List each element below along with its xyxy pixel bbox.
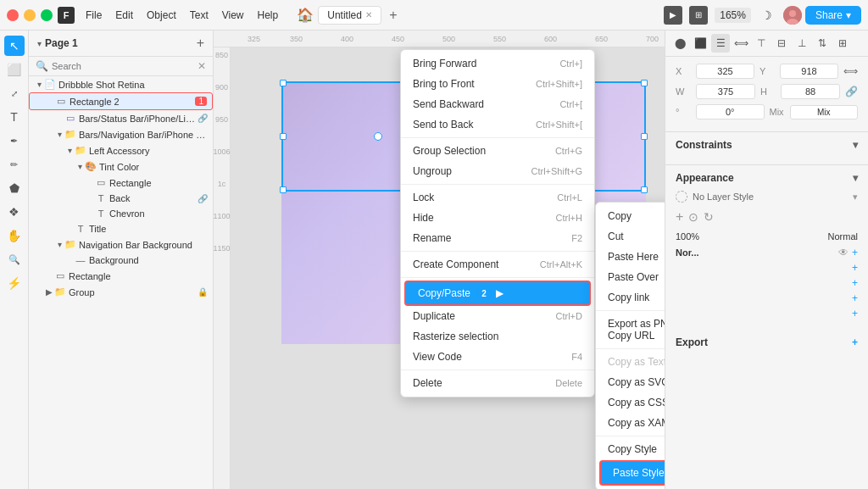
bring-to-front-item[interactable]: Bring to Front Ctrl+Shift+] — [401, 74, 594, 94]
distribute-h-tool[interactable]: ⟺ — [732, 34, 750, 53]
handle-mr[interactable] — [641, 133, 648, 140]
menu-file[interactable]: File — [80, 7, 108, 24]
handle-tr[interactable] — [641, 80, 648, 86]
copy-link-item[interactable]: Copy link — [596, 287, 665, 308]
frame-tool[interactable]: ⬜ — [4, 59, 25, 80]
scale-tool[interactable]: ⤢ — [4, 83, 25, 103]
hide-item[interactable]: Hide Ctrl+H — [401, 208, 594, 228]
zoom-tool[interactable]: 🔍 — [4, 249, 25, 270]
menu-text[interactable]: Text — [184, 7, 214, 24]
duplicate-item[interactable]: Duplicate Ctrl+D — [401, 306, 594, 326]
add-style-icon[interactable]: + — [676, 209, 683, 225]
play-button[interactable]: ▶ — [664, 6, 682, 25]
home-tab[interactable]: 🏠 — [296, 6, 314, 25]
pencil-tool[interactable]: ✏ — [4, 154, 25, 175]
untitled-tab[interactable]: Untitled ✕ — [318, 6, 381, 25]
rasterize-item[interactable]: Rasterize selection — [401, 326, 594, 347]
copy-paste-item[interactable]: Copy/Paste 2 ▶ — [404, 281, 591, 306]
menu-edit[interactable]: Edit — [109, 7, 139, 24]
paste-here-item[interactable]: Paste Here — [596, 247, 665, 267]
x-value[interactable]: 325 — [696, 64, 754, 79]
y-value[interactable]: 918 — [780, 64, 838, 79]
lock-item[interactable]: Lock Ctrl+L — [401, 187, 594, 208]
handle-tl[interactable] — [280, 80, 287, 86]
pen-tool[interactable]: ✒ — [4, 131, 25, 151]
align-top-tool[interactable]: ⊤ — [752, 34, 771, 53]
layer-arrow-icon[interactable]: ▾ — [54, 130, 64, 139]
add-blur-button[interactable]: + — [852, 308, 858, 320]
mix-value[interactable]: Mix — [790, 105, 859, 119]
copy-style-item[interactable]: Copy Style Ctrl+Alt+C — [596, 439, 665, 459]
handle-br[interactable] — [641, 186, 648, 193]
opacity-percent[interactable]: 100% — [676, 231, 699, 242]
constraints-collapse-icon[interactable]: ▾ — [853, 139, 858, 151]
list-item[interactable]: T Chevron — [29, 206, 213, 221]
tidy-tool[interactable]: ⊞ — [833, 34, 852, 53]
group-selection-item[interactable]: Group Selection Ctrl+G — [401, 141, 594, 161]
delete-item[interactable]: Delete Delete — [401, 373, 594, 393]
handle-ml[interactable] — [280, 133, 287, 140]
search-clear-icon[interactable]: ✕ — [198, 60, 206, 72]
copy-as-xaml-item[interactable]: Copy as XAML — [596, 413, 665, 433]
tab-close-icon[interactable]: ✕ — [365, 10, 372, 19]
layer-arrow-icon[interactable]: ▾ — [64, 146, 75, 155]
maximize-button[interactable] — [41, 9, 53, 21]
list-item[interactable]: ▾ 📁 Navigation Bar Background — [29, 236, 213, 253]
add-page-button[interactable]: + — [197, 36, 204, 51]
shape-tool[interactable]: ⬟ — [4, 178, 25, 198]
lock-ratio-icon[interactable]: 🔗 — [845, 86, 858, 97]
copy-item[interactable]: Copy Ctrl+C — [596, 206, 665, 226]
list-item[interactable]: ▭ Rectangle — [29, 175, 213, 191]
refresh-style-icon[interactable]: ↻ — [704, 210, 714, 224]
component-tool[interactable]: ❖ — [4, 202, 25, 222]
copy-as-svg-item[interactable]: Copy as SVG — [596, 372, 665, 392]
layer-arrow-icon[interactable]: ▾ — [54, 240, 64, 249]
list-item[interactable]: ▭ Rectangle 2 1 — [29, 92, 213, 110]
create-component-item[interactable]: Create Component Ctrl+Alt+K — [401, 254, 594, 275]
close-button[interactable] — [7, 9, 19, 21]
list-item[interactable]: ▾ 🎨 Tint Color — [29, 158, 213, 175]
hand-tool[interactable]: ✋ — [4, 225, 25, 246]
paste-over-item[interactable]: Paste Over — [596, 267, 665, 287]
add-inner-shadow-button[interactable]: + — [852, 292, 858, 304]
angle-value[interactable]: 0° — [696, 104, 765, 119]
h-value[interactable]: 88 — [781, 84, 840, 99]
export-png-item[interactable]: Export as PNG to cloud, Copy URL Alt+C — [596, 314, 665, 346]
send-to-back-item[interactable]: Send to Back Ctrl+Shift+[ — [401, 114, 594, 135]
copy-as-css-item[interactable]: Copy as CSS — [596, 392, 665, 413]
add-fill-button[interactable]: + — [852, 247, 858, 258]
visibility-icon[interactable]: 👁 — [838, 247, 849, 258]
share-button[interactable]: Share ▾ — [805, 6, 861, 25]
menu-view[interactable]: View — [216, 7, 250, 24]
list-item[interactable]: ▶ 📁 Group 🔒 — [29, 284, 213, 300]
detach-style-icon[interactable]: ⊙ — [688, 210, 698, 224]
w-value[interactable]: 375 — [696, 84, 755, 99]
grid-button[interactable]: ⊞ — [689, 6, 708, 25]
send-backward-item[interactable]: Send Backward Ctrl+[ — [401, 94, 594, 114]
style-dropdown-icon[interactable]: ▾ — [853, 192, 858, 203]
add-export-button[interactable]: + — [852, 336, 858, 348]
add-shadow-button[interactable]: + — [852, 277, 858, 289]
layer-arrow-icon[interactable]: ▶ — [44, 287, 54, 297]
link-prop-icon[interactable]: ⟺ — [843, 65, 858, 77]
list-item[interactable]: ▾ 📁 Left Accessory — [29, 142, 213, 158]
list-item[interactable]: ▾ 📁 Bars/Navigation Bar/iPhone - ... — [29, 126, 213, 142]
menu-object[interactable]: Object — [141, 7, 182, 24]
align-left-tool[interactable]: ⬤ — [670, 34, 689, 53]
menu-help[interactable]: Help — [252, 7, 285, 24]
handle-bl[interactable] — [280, 186, 287, 193]
ungroup-item[interactable]: Ungroup Ctrl+Shift+G — [401, 161, 594, 181]
zoom-level[interactable]: 165% — [715, 8, 751, 23]
bring-forward-item[interactable]: Bring Forward Ctrl+] — [401, 53, 594, 74]
move-tool[interactable]: ↖ — [4, 36, 25, 56]
new-tab-button[interactable]: + — [385, 7, 402, 24]
search-input[interactable] — [52, 61, 194, 71]
blend-mode-label[interactable]: Normal — [828, 231, 858, 242]
inner-handle-l[interactable] — [374, 132, 382, 141]
add-stroke-button[interactable]: + — [852, 262, 858, 274]
align-middle-v-tool[interactable]: ⊟ — [772, 34, 791, 53]
no-layer-style-row[interactable]: No Layer Style ▾ — [676, 191, 858, 203]
layer-arrow-icon[interactable]: ▾ — [34, 80, 44, 89]
appearance-collapse-icon[interactable]: ▾ — [853, 172, 858, 184]
canvas-area[interactable]: 325 350 400 450 500 550 600 650 700 850 … — [214, 31, 665, 489]
